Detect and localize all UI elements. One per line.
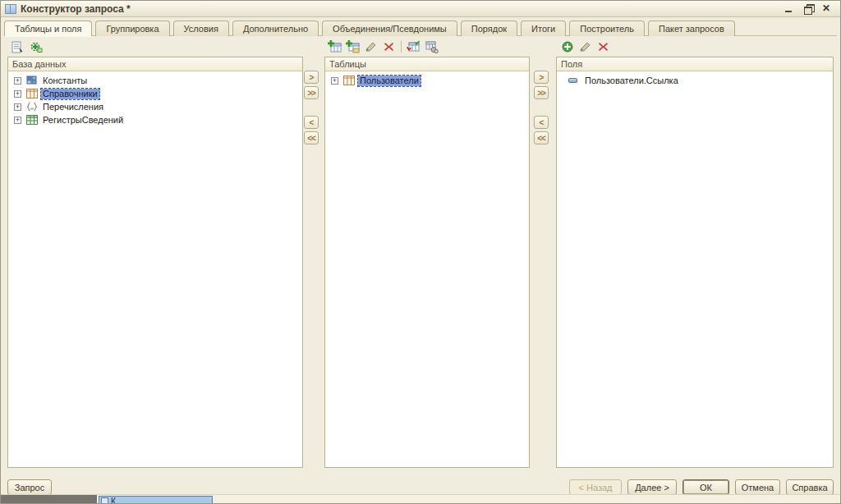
move-all-left-button[interactable]: << [534, 131, 549, 144]
add-table-icon[interactable] [327, 39, 342, 54]
close-icon[interactable]: ✕ [822, 4, 833, 13]
query-text-icon[interactable] [10, 39, 25, 54]
back-button: < Назад [569, 479, 622, 495]
tree-item-catalogs[interactable]: + Справочники [8, 87, 302, 100]
minimize-icon[interactable] [784, 4, 795, 13]
database-tree[interactable]: + Константы + [8, 71, 302, 126]
query-settings-icon[interactable] [28, 39, 44, 54]
fields-panel-header: Поля [557, 57, 833, 71]
fields-panel: Поля Пользователи.Ссылка [556, 57, 834, 468]
taskbar-item-label: К [111, 497, 116, 503]
tab-unions-aliases[interactable]: Объединения/Псевдонимы [322, 21, 457, 36]
cancel-button[interactable]: Отмена [735, 479, 780, 495]
expand-icon[interactable]: + [14, 103, 21, 111]
field-item-label[interactable]: Пользователи.Ссылка [583, 76, 680, 86]
taskbar-gray-segment [1, 495, 97, 503]
move-right-button[interactable]: > [534, 71, 549, 84]
expand-icon[interactable]: + [14, 90, 21, 98]
database-toolbar [10, 39, 44, 55]
tab-conditions[interactable]: Условия [173, 21, 229, 36]
tree-item-enums[interactable]: + Перечисления [8, 100, 302, 113]
window-title: Конструктор запроса * [21, 3, 131, 15]
tab-additional[interactable]: Дополнительно [232, 21, 319, 36]
catalog-table-icon [342, 76, 355, 86]
tab-tables-and-fields[interactable]: Таблицы и поля [4, 21, 92, 36]
move-left-button[interactable]: < [304, 116, 319, 129]
restore-icon[interactable] [803, 4, 814, 13]
tables-to-fields-transfer: > >> < << [533, 71, 549, 147]
title-bar: Конструктор запроса * ✕ [1, 1, 840, 17]
expand-icon[interactable]: + [14, 117, 21, 124]
tab-bar: Таблицы и поля Группировка Условия Допол… [4, 21, 837, 36]
enum-braces-icon [25, 102, 38, 112]
tree-item-label[interactable]: РегистрыСведений [41, 115, 125, 126]
edit-table-icon[interactable] [363, 39, 379, 54]
query-button[interactable]: Запрос [7, 479, 52, 495]
expand-icon[interactable]: + [331, 77, 338, 85]
edit-field-icon[interactable] [577, 39, 593, 54]
tables-tree[interactable]: + Пользователи [325, 71, 529, 87]
constants-icon [25, 76, 38, 86]
replace-table-icon[interactable] [406, 39, 421, 54]
field-icon [567, 76, 579, 86]
tree-item-label[interactable]: Пользователи [358, 76, 420, 86]
catalog-table-icon [25, 89, 38, 99]
next-button[interactable]: Далее > [627, 479, 677, 495]
taskbar-active-item[interactable]: К [99, 496, 213, 503]
tree-item-users-table[interactable]: + Пользователи [325, 74, 529, 87]
dialog-buttons: < Назад Далее > ОК Отмена Справка [569, 479, 834, 495]
field-item-users-ref[interactable]: Пользователи.Ссылка [557, 74, 833, 87]
toolbar-separator [401, 41, 402, 53]
move-all-right-button[interactable]: >> [304, 86, 319, 99]
help-button[interactable]: Справка [786, 479, 834, 495]
taskbar-item-icon [101, 497, 108, 503]
add-nested-table-icon[interactable] [345, 39, 361, 54]
move-all-left-button[interactable]: << [304, 131, 319, 144]
query-designer-window: Конструктор запроса * ✕ Таблицы и поля Г… [0, 0, 841, 504]
inforegister-table-icon [25, 115, 38, 126]
fields-list[interactable]: Пользователи.Ссылка [557, 71, 833, 87]
window-icon [5, 4, 16, 14]
db-to-tables-transfer: > >> < << [303, 71, 319, 147]
move-all-right-button[interactable]: >> [534, 86, 549, 99]
background-taskbar-strip: К [1, 494, 840, 503]
tree-item-label[interactable]: Константы [41, 76, 89, 86]
database-panel-header: База данных [8, 57, 302, 71]
tables-panel-header: Таблицы [325, 57, 529, 71]
virtual-table-params-icon[interactable] [424, 39, 439, 54]
tab-totals[interactable]: Итоги [521, 21, 566, 36]
tables-toolbar [327, 39, 439, 55]
delete-field-icon[interactable] [595, 39, 611, 54]
delete-table-icon[interactable] [381, 39, 397, 54]
tree-item-label[interactable]: Перечисления [41, 102, 105, 112]
tab-query-batch[interactable]: Пакет запросов [648, 21, 735, 36]
tab-grouping[interactable]: Группировка [95, 21, 169, 36]
tree-item-constants[interactable]: + Константы [8, 74, 302, 87]
tree-item-inforegisters[interactable]: + РегистрыСведений [8, 113, 302, 126]
ok-button[interactable]: ОК [682, 479, 729, 495]
expand-icon[interactable]: + [14, 77, 21, 85]
move-right-button[interactable]: > [304, 71, 319, 84]
tree-item-label[interactable]: Справочники [41, 89, 99, 99]
tab-builder[interactable]: Построитель [569, 21, 645, 36]
tables-panel: Таблицы + Пользователи [324, 57, 530, 468]
database-panel: База данных + Константы + [7, 57, 303, 468]
move-left-button[interactable]: < [534, 116, 549, 129]
add-field-icon[interactable] [559, 39, 575, 54]
fields-toolbar [559, 39, 611, 55]
tab-order[interactable]: Порядок [461, 21, 517, 36]
